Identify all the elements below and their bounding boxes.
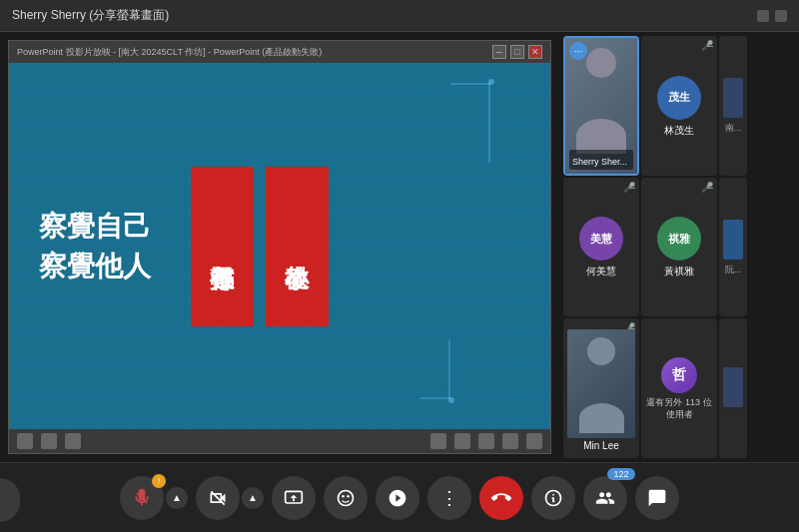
end-call-icon bbox=[491, 488, 511, 508]
ppt-close-btn[interactable]: ✕ bbox=[528, 45, 542, 59]
video-chevron-btn[interactable]: ▲ bbox=[242, 487, 264, 509]
participant-tile-partial2: 阮... bbox=[719, 178, 747, 317]
mic-group: ! ▲ bbox=[120, 476, 188, 520]
emoji-button[interactable] bbox=[324, 476, 368, 520]
ppt-window: PowerPoint 投影片放映 - [南大 20245CLT 作坊] - Po… bbox=[8, 40, 551, 454]
participants-icon bbox=[595, 488, 615, 508]
more-options-icon[interactable]: ··· bbox=[569, 42, 587, 60]
video-group: ▲ bbox=[196, 476, 264, 520]
mic-notification-badge: ! bbox=[152, 474, 166, 488]
reactions-icon bbox=[388, 488, 407, 508]
more-options-button[interactable]: ⋮ bbox=[427, 476, 471, 520]
ppt-tool-8[interactable] bbox=[526, 433, 542, 449]
end-call-button[interactable] bbox=[479, 476, 523, 520]
info-button[interactable] bbox=[531, 476, 575, 520]
name-qiya: 黃祺雅 bbox=[664, 265, 694, 278]
mute-icon-qiya: 🎤̶ bbox=[701, 182, 713, 193]
participant-tile-partial1: 南... bbox=[719, 36, 747, 176]
ppt-text-line2: 察覺他人 bbox=[39, 247, 151, 285]
more-users-text: 還有另外 113 位使用者 bbox=[645, 397, 713, 420]
ppt-tool-6[interactable] bbox=[478, 433, 494, 449]
mute-icon-meihuei: 🎤̶ bbox=[623, 182, 635, 193]
participants-button[interactable]: 122 bbox=[583, 476, 627, 520]
participant-tile-qiya[interactable]: 🎤̶ 祺雅 黃祺雅 bbox=[641, 178, 717, 317]
mic-icon bbox=[132, 488, 152, 508]
svg-point-4 bbox=[342, 495, 345, 498]
ppt-window-title: PowerPoint 投影片放映 - [南大 20245CLT 作坊] - Po… bbox=[17, 46, 322, 59]
chat-button[interactable] bbox=[635, 476, 679, 520]
bottom-toolbar: ! ▲ ▲ bbox=[0, 462, 799, 532]
svg-point-3 bbox=[339, 490, 354, 505]
ppt-banner-2: 從小教 bbox=[266, 167, 329, 326]
name-linmaosheng: 林茂生 bbox=[664, 124, 694, 138]
ppt-toolbar bbox=[9, 429, 550, 453]
video-button[interactable] bbox=[196, 476, 240, 520]
title-bar: Sherry Sherry (分享螢幕畫面) bbox=[0, 0, 799, 32]
minlee-photo bbox=[567, 329, 635, 438]
ppt-tool-3[interactable] bbox=[65, 433, 81, 449]
mute-icon-linmaosheng: 🎤̶ bbox=[701, 40, 713, 51]
ppt-tool-4[interactable] bbox=[430, 433, 446, 449]
participant-count-badge: 122 bbox=[607, 468, 635, 480]
chat-icon bbox=[647, 488, 667, 508]
share-screen-icon bbox=[284, 488, 304, 508]
mic-chevron-btn[interactable]: ▲ bbox=[166, 487, 188, 509]
mic-button[interactable]: ! bbox=[120, 476, 164, 520]
participant-tile-minlee[interactable]: 🎤̶ Min Lee bbox=[563, 318, 639, 458]
ppt-text-line1: 察覺自己 bbox=[39, 207, 151, 246]
ppt-tool-1[interactable] bbox=[17, 433, 33, 449]
participant-tile-linmaosheng[interactable]: 🎤̶ 茂生 林茂生 bbox=[641, 36, 717, 176]
avatar-linmaosheng: 茂生 bbox=[657, 76, 701, 120]
ppt-titlebar: PowerPoint 投影片放映 - [南大 20245CLT 作坊] - Po… bbox=[9, 41, 550, 63]
ppt-banner-1: 都很難 bbox=[191, 167, 254, 326]
avatar-moreusers bbox=[661, 357, 697, 393]
ppt-slide-content: 察覺自己 察覺他人 都很難 從小教 bbox=[9, 63, 550, 429]
info-icon bbox=[543, 488, 563, 508]
ppt-left-text: 察覺自己 察覺他人 bbox=[9, 187, 181, 304]
participant-tile-moreusers[interactable]: 還有另外 113 位使用者 bbox=[641, 318, 717, 458]
title-maximize[interactable] bbox=[775, 10, 787, 22]
avatar-meihuei: 美慧 bbox=[579, 217, 623, 261]
ppt-minimize-btn[interactable]: ─ bbox=[492, 45, 506, 59]
participant-tile-meihuei[interactable]: 🎤̶ 美慧 何美慧 bbox=[563, 178, 639, 317]
participant-tile-partial3 bbox=[719, 318, 747, 458]
ppt-restore-btn[interactable]: □ bbox=[510, 45, 524, 59]
presentation-area: PowerPoint 投影片放映 - [南大 20245CLT 作坊] - Po… bbox=[0, 32, 559, 462]
name-meihuei: 何美慧 bbox=[586, 265, 616, 278]
svg-point-5 bbox=[347, 495, 350, 498]
main-content: PowerPoint 投影片放映 - [南大 20245CLT 作坊] - Po… bbox=[0, 32, 799, 462]
emoji-icon bbox=[336, 488, 356, 508]
ppt-tool-2[interactable] bbox=[41, 433, 57, 449]
ppt-tool-7[interactable] bbox=[502, 433, 518, 449]
participant-tile-sherry[interactable]: ··· Sherry Sher... bbox=[563, 36, 639, 176]
participants-panel: ··· Sherry Sher... 🎤̶ 茂生 林茂生 南... 🎤̶ 美慧 … bbox=[559, 32, 799, 462]
avatar-qiya: 祺雅 bbox=[657, 217, 701, 261]
reactions-button[interactable] bbox=[376, 476, 419, 520]
ppt-tool-5[interactable] bbox=[454, 433, 470, 449]
title-minimize[interactable] bbox=[757, 10, 769, 22]
share-screen-button[interactable] bbox=[272, 476, 316, 520]
name-minlee: Min Lee bbox=[583, 440, 619, 451]
ppt-banners: 都很難 從小教 bbox=[191, 167, 329, 326]
video-icon bbox=[208, 488, 228, 508]
more-options-icon: ⋮ bbox=[440, 487, 459, 509]
sherry-name: Sherry Sher... bbox=[572, 157, 627, 167]
title-bar-text: Sherry Sherry (分享螢幕畫面) bbox=[12, 7, 169, 24]
ppt-titlebar-buttons: ─ □ ✕ bbox=[492, 45, 542, 59]
